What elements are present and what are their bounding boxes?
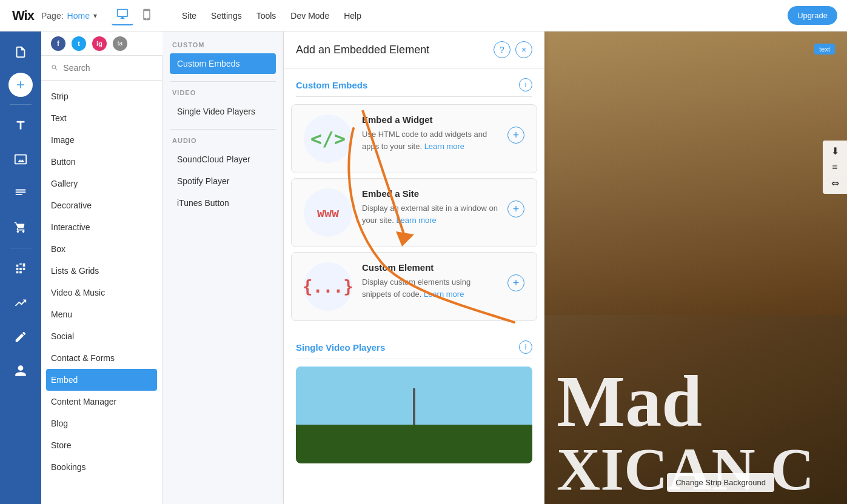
bg-overlay bbox=[544, 31, 847, 315]
embed-widget-card: </> Embed a Widget Use HTML code to add … bbox=[291, 104, 537, 173]
embed-panel: Add an Embedded Element ? × Custom Embed… bbox=[284, 31, 544, 504]
embed-widget-content: Embed a Widget Use HTML code to add widg… bbox=[362, 114, 498, 152]
embed-close-button[interactable]: × bbox=[515, 41, 532, 58]
category-panel: CUSTOM Custom Embeds VIDEO Single Video … bbox=[162, 31, 284, 504]
sidebar-item-interactive[interactable]: Interactive bbox=[41, 216, 162, 238]
account-icon-button[interactable] bbox=[5, 355, 36, 386]
analytics-icon-button[interactable] bbox=[5, 287, 36, 319]
embed-site-desc: Display an external site in a window on … bbox=[362, 202, 498, 226]
embed-custom-desc: Display custom elements using snippets o… bbox=[362, 276, 498, 300]
search-icon bbox=[51, 64, 58, 72]
sidebar-item-strip[interactable]: Strip bbox=[41, 85, 162, 107]
upgrade-button[interactable]: Upgrade bbox=[788, 6, 837, 25]
instagram-social-icon[interactable]: ig bbox=[92, 36, 107, 51]
sidebar-item-decorative[interactable]: Decorative bbox=[41, 194, 162, 216]
topbar: Wix Page: Home ▾ Site Settings Tools Dev… bbox=[0, 0, 847, 31]
custom-embeds-info-button[interactable]: i bbox=[519, 78, 532, 91]
mobile-view-button[interactable] bbox=[136, 5, 158, 25]
apps-icon-button[interactable] bbox=[5, 253, 36, 285]
embed-custom-learn-more[interactable]: Learn more bbox=[424, 290, 464, 299]
embed-custom-icon: {...} bbox=[304, 262, 352, 311]
embed-site-add-button[interactable]: + bbox=[507, 201, 524, 217]
sidebar-item-lists-grids[interactable]: Lists & Grids bbox=[41, 260, 162, 282]
embed-site-title: Embed a Site bbox=[362, 188, 498, 199]
cat-item-custom-embeds[interactable]: Custom Embeds bbox=[170, 53, 276, 74]
store-icon-button[interactable] bbox=[5, 211, 36, 243]
embed-site-content: Embed a Site Display an external site in… bbox=[362, 188, 498, 226]
video-section-divider bbox=[296, 359, 532, 359]
sidebar-item-image[interactable]: Image bbox=[41, 129, 162, 151]
sidebar-item-menu[interactable]: Menu bbox=[41, 303, 162, 325]
media-icon-button[interactable] bbox=[5, 144, 36, 175]
tripadvisor-social-icon[interactable]: ta bbox=[113, 36, 127, 51]
embed-widget-learn-more[interactable]: Learn more bbox=[424, 142, 464, 151]
sidebar-item-text[interactable]: Text bbox=[41, 107, 162, 129]
video-section-info-button[interactable]: i bbox=[519, 340, 532, 354]
cat-item-spotify[interactable]: Spotify Player bbox=[170, 171, 276, 191]
cat-item-single-video[interactable]: Single Video Players bbox=[170, 101, 276, 122]
sidebar-item-social[interactable]: Social bbox=[41, 325, 162, 347]
cat-item-soundcloud[interactable]: SoundCloud Player bbox=[170, 149, 276, 170]
add-element-button[interactable] bbox=[8, 73, 33, 97]
cat-section-audio: AUDIO bbox=[170, 137, 276, 144]
video-preview bbox=[296, 366, 532, 463]
desktop-view-button[interactable] bbox=[112, 5, 133, 25]
embed-panel-title: Add an Embedded Element bbox=[296, 44, 429, 56]
page-name[interactable]: Home bbox=[67, 11, 90, 21]
resize-icon-button[interactable]: ⇔ bbox=[831, 177, 839, 189]
embed-widget-add-button[interactable]: + bbox=[507, 127, 524, 144]
embed-site-learn-more[interactable]: Learn more bbox=[396, 216, 436, 225]
embed-help-button[interactable]: ? bbox=[494, 41, 511, 58]
icon-bar bbox=[0, 31, 41, 504]
sidebar-item-embed[interactable]: Embed bbox=[46, 369, 157, 391]
sidebar-item-store[interactable]: Store bbox=[41, 434, 162, 456]
sidebar-item-blog[interactable]: Blog bbox=[41, 413, 162, 434]
nav-tools[interactable]: Tools bbox=[256, 11, 276, 21]
sidebar-item-box[interactable]: Box bbox=[41, 238, 162, 260]
twitter-social-icon[interactable]: t bbox=[72, 36, 86, 51]
custom-embeds-section-header: Custom Embeds i bbox=[284, 68, 544, 96]
page-label: Page: bbox=[41, 11, 64, 21]
text-icon-button[interactable] bbox=[5, 110, 36, 141]
sidebar-item-content-manager[interactable]: Content Manager bbox=[41, 391, 162, 413]
blog-icon-button[interactable] bbox=[5, 177, 36, 209]
sidebar-item-bookings[interactable]: Bookings bbox=[41, 456, 162, 478]
bg-text-xican: XICAN C bbox=[557, 434, 814, 504]
wix-logo[interactable]: Wix bbox=[10, 2, 36, 29]
view-mode-toggle bbox=[112, 5, 158, 25]
cat-item-itunes[interactable]: iTunes Button bbox=[170, 193, 276, 213]
tower-graphic bbox=[413, 388, 415, 425]
page-chevron-icon[interactable]: ▾ bbox=[93, 12, 97, 20]
sidebar-menu: Strip Text Image Button Gallery Decorati… bbox=[41, 81, 162, 504]
sidebar-item-gallery[interactable]: Gallery bbox=[41, 173, 162, 194]
custom-embeds-divider bbox=[296, 96, 532, 97]
sidebar-item-button[interactable]: Button bbox=[41, 151, 162, 173]
nav-help[interactable]: Help bbox=[344, 11, 361, 21]
nav-settings[interactable]: Settings bbox=[211, 11, 242, 21]
embed-custom-add-button[interactable]: + bbox=[507, 274, 524, 291]
embed-custom-title: Custom Element bbox=[362, 262, 498, 273]
background-scene: Mad XICAN C text Change Strip Background… bbox=[544, 31, 847, 504]
top-nav: Site Settings Tools Dev Mode Help bbox=[182, 11, 361, 21]
pages-icon-button[interactable] bbox=[5, 36, 36, 68]
nav-site[interactable]: Site bbox=[182, 11, 196, 21]
embed-site-card: www Embed a Site Display an external sit… bbox=[291, 178, 537, 247]
sidebar-panel: Strip Text Image Button Gallery Decorati… bbox=[41, 56, 162, 504]
change-strip-button[interactable]: Change Strip Background bbox=[667, 473, 774, 492]
sidebar-item-contact-forms[interactable]: Contact & Forms bbox=[41, 347, 162, 369]
nav-devmode[interactable]: Dev Mode bbox=[290, 11, 329, 21]
search-container bbox=[41, 56, 162, 81]
sidebar-item-video-music[interactable]: Video & Music bbox=[41, 282, 162, 303]
cat-divider-1 bbox=[170, 81, 276, 82]
download-icon-button[interactable]: ⬇ bbox=[831, 145, 839, 157]
search-input[interactable] bbox=[63, 63, 152, 73]
embed-header: Add an Embedded Element ? × bbox=[284, 31, 544, 68]
edit-text-badge[interactable]: text bbox=[814, 44, 835, 55]
layers-icon-button[interactable]: ≡ bbox=[832, 162, 837, 173]
social-icons-bar: f t ig ta bbox=[41, 31, 162, 56]
facebook-social-icon[interactable]: f bbox=[51, 36, 65, 51]
bg-text-mad: Mad bbox=[557, 360, 702, 443]
design-icon-button[interactable] bbox=[5, 321, 36, 353]
custom-embeds-section-title: Custom Embeds bbox=[296, 80, 367, 90]
embed-widget-desc: Use HTML code to add widgets and apps to… bbox=[362, 128, 498, 152]
